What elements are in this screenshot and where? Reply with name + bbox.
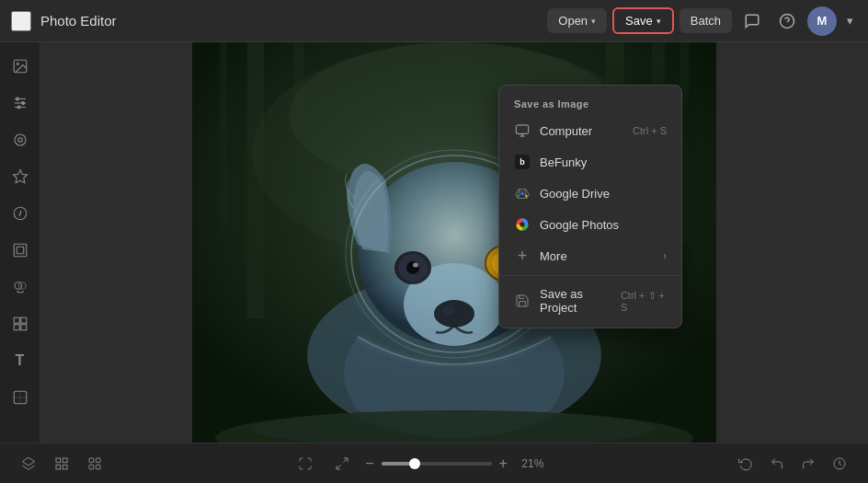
zoom-controls: − + <box>365 455 508 472</box>
sidebar-item-ai[interactable] <box>4 160 37 193</box>
header-actions: Open ▾ Save ▾ Batch M ▾ <box>547 6 857 36</box>
fit-screen-button[interactable] <box>291 450 319 477</box>
more-icon: + <box>514 247 531 264</box>
header: Photo Editor Open ▾ Save ▾ Batch M ▾ <box>0 0 868 42</box>
left-sidebar: T <box>0 42 40 443</box>
svg-point-3 <box>17 63 18 64</box>
svg-point-10 <box>15 134 26 145</box>
dropdown-header: Save as Image <box>499 91 681 115</box>
account-chevron-icon[interactable]: ▾ <box>842 6 857 36</box>
svg-point-36 <box>442 305 455 315</box>
gdrive-icon <box>514 185 531 201</box>
svg-point-17 <box>18 282 26 290</box>
svg-point-7 <box>16 98 18 100</box>
fit-width-button[interactable] <box>328 450 356 477</box>
save-befunky-label: BeFunky <box>540 155 587 169</box>
sidebar-item-touch-up[interactable] <box>4 197 37 230</box>
rotate-button[interactable] <box>732 450 760 477</box>
save-project-shortcut: Ctrl + ⇧ + S <box>621 290 667 313</box>
sidebar-item-frames[interactable] <box>4 234 37 267</box>
save-project-item[interactable]: Save as Project Ctrl + ⇧ + S <box>499 280 681 322</box>
save-project-label: Save as Project <box>540 287 611 315</box>
befunky-icon: b <box>514 154 531 170</box>
canvas-area: Save as Image Computer Ctrl + S b BeFunk… <box>40 42 868 443</box>
app-title: Photo Editor <box>40 13 538 29</box>
dropdown-divider <box>499 275 681 276</box>
help-button[interactable] <box>772 6 802 36</box>
svg-rect-59 <box>89 465 94 469</box>
svg-point-8 <box>21 102 24 105</box>
save-project-icon <box>514 293 531 309</box>
svg-rect-56 <box>63 465 67 469</box>
open-button[interactable]: Open ▾ <box>547 8 607 33</box>
batch-button[interactable]: Batch <box>680 8 732 33</box>
save-gphotos-label: Google Photos <box>540 218 619 232</box>
save-gphotos-item[interactable]: Google Photos <box>499 209 681 240</box>
svg-rect-55 <box>56 465 61 469</box>
sidebar-item-text[interactable]: T <box>4 344 37 377</box>
svg-rect-19 <box>20 317 26 323</box>
svg-rect-50 <box>516 125 528 133</box>
computer-icon <box>514 122 531 139</box>
gphotos-icon <box>514 216 531 233</box>
svg-rect-54 <box>63 458 67 463</box>
svg-marker-12 <box>13 170 27 183</box>
more-arrow-icon: › <box>663 249 667 262</box>
save-button[interactable]: Save ▾ <box>612 7 674 34</box>
bottom-center-zoom: − + 21% <box>108 450 732 477</box>
svg-rect-18 <box>14 317 19 323</box>
sidebar-item-image[interactable] <box>4 50 37 83</box>
svg-marker-52 <box>22 457 34 466</box>
svg-rect-20 <box>14 325 19 330</box>
bottom-right-tools <box>732 450 853 477</box>
save-computer-item[interactable]: Computer Ctrl + S <box>499 115 681 146</box>
save-more-item[interactable]: + More › <box>499 240 681 271</box>
svg-point-11 <box>17 138 22 143</box>
svg-rect-57 <box>89 458 94 463</box>
svg-point-45 <box>413 262 418 267</box>
sidebar-item-overlays[interactable] <box>4 270 37 304</box>
sidebar-item-stickers[interactable] <box>4 381 37 414</box>
zoom-percent-label: 21% <box>517 457 549 470</box>
grid-button[interactable] <box>81 450 108 477</box>
zoom-in-button[interactable]: + <box>499 455 508 472</box>
history-clock-button[interactable] <box>826 450 853 477</box>
feedback-button[interactable] <box>737 6 767 36</box>
svg-rect-15 <box>17 247 24 254</box>
redo-button[interactable] <box>794 450 822 477</box>
svg-point-35 <box>434 300 474 328</box>
history-button[interactable] <box>48 450 75 477</box>
undo-button[interactable] <box>763 450 791 477</box>
svg-rect-53 <box>56 458 61 463</box>
avatar[interactable]: M <box>807 6 837 36</box>
svg-rect-28 <box>220 42 227 226</box>
sidebar-item-graphics[interactable] <box>4 307 37 340</box>
save-computer-label: Computer <box>540 124 592 138</box>
open-chevron-icon: ▾ <box>591 17 596 26</box>
zoom-out-button[interactable]: − <box>365 455 373 472</box>
save-gdrive-item[interactable]: Google Drive <box>499 178 681 209</box>
svg-rect-58 <box>96 458 100 463</box>
bottom-bar: − + 21% <box>0 443 868 483</box>
menu-button[interactable] <box>11 11 31 31</box>
save-befunky-item[interactable]: b BeFunky <box>499 146 681 178</box>
bottom-left-tools <box>15 450 108 477</box>
save-chevron-icon: ▾ <box>657 17 661 26</box>
svg-point-51 <box>520 222 524 226</box>
sidebar-item-adjust[interactable] <box>4 86 37 120</box>
svg-rect-60 <box>96 465 100 469</box>
layers-button[interactable] <box>15 450 42 477</box>
sidebar-item-effects[interactable] <box>4 123 37 156</box>
svg-rect-14 <box>14 244 27 257</box>
save-dropdown: Save as Image Computer Ctrl + S b BeFunk… <box>498 85 682 328</box>
svg-point-9 <box>17 106 20 109</box>
save-more-label: More <box>540 249 567 263</box>
save-gdrive-label: Google Drive <box>540 187 610 201</box>
svg-rect-21 <box>20 325 26 330</box>
main-area: T <box>0 42 868 443</box>
zoom-slider[interactable] <box>382 462 492 466</box>
save-computer-shortcut: Ctrl + S <box>633 125 667 136</box>
